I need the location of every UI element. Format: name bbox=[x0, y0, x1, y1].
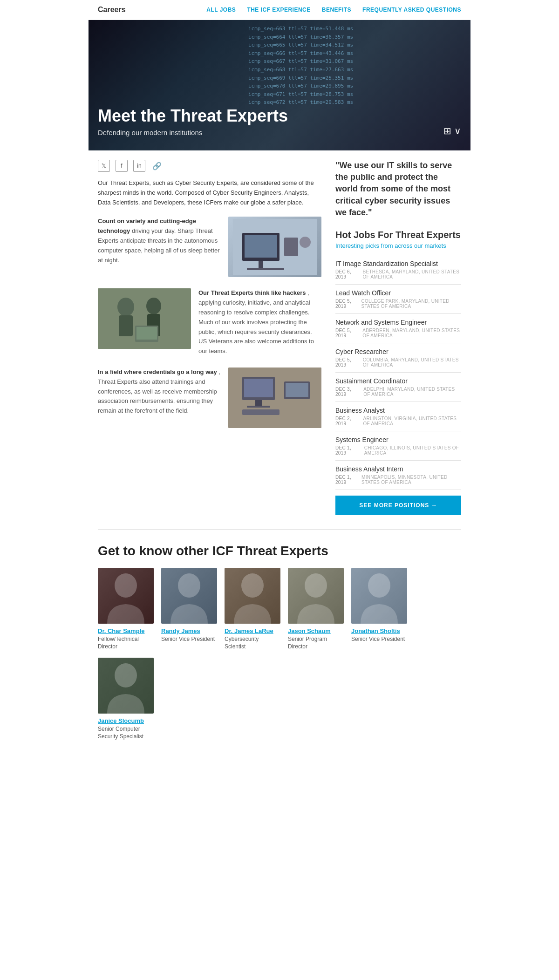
job-meta: DEC 5, 2019COLUMBIA, MARYLAND, UNITED ST… bbox=[335, 357, 461, 368]
job-item[interactable]: Business Analyst InternDEC 1, 2019MINNEA… bbox=[335, 460, 461, 490]
team-card: Dr. Char SampleFellow/Technical Director bbox=[98, 568, 154, 650]
svg-rect-19 bbox=[242, 409, 280, 415]
team-member-name[interactable]: Jason Schaum bbox=[288, 627, 344, 634]
svg-point-10 bbox=[146, 298, 161, 314]
team-photo-inner bbox=[225, 568, 280, 624]
svg-rect-18 bbox=[247, 406, 270, 408]
job-item[interactable]: Sustainment CoordinatorDEC 3, 2019ADELPH… bbox=[335, 372, 461, 402]
job-meta: DEC 2, 2019ARLINGTON, VIRGINIA, UNITED S… bbox=[335, 416, 461, 426]
job-meta: DEC 1, 2019CHICAGO, ILLINOIS, UNITED STA… bbox=[335, 445, 461, 456]
team-member-role: Fellow/Technical Director bbox=[98, 636, 154, 650]
quote-text: "We use our IT skills to serve the publi… bbox=[335, 160, 461, 218]
job-location: CHICAGO, ILLINOIS, UNITED STATES OF AMER… bbox=[364, 445, 461, 456]
job-name: Sustainment Coordinator bbox=[335, 377, 461, 385]
job-item[interactable]: Lead Watch OfficerDEC 5, 2019COLLEGE PAR… bbox=[335, 284, 461, 313]
code-line: icmp_seq=667 ttl=57 time=31.067 ms bbox=[248, 57, 464, 66]
code-line: icmp_seq=664 ttl=57 time=36.357 ms bbox=[248, 33, 464, 41]
job-meta: DEC 5, 2019COLLEGE PARK, MARYLAND, UNITE… bbox=[335, 299, 461, 309]
hero-icon: ⊞ ∨ bbox=[443, 125, 461, 136]
left-column: 𝕏 f in 🔗 Our Threat Experts, such as Cyb… bbox=[98, 160, 321, 515]
code-line: icmp_seq=670 ttl=57 time=29.895 ms bbox=[248, 82, 464, 90]
job-item[interactable]: Network and Systems EngineerDEC 5, 2019A… bbox=[335, 313, 461, 343]
job-name: Network and Systems Engineer bbox=[335, 319, 461, 326]
job-item[interactable]: Business AnalystDEC 2, 2019ARLINGTON, VI… bbox=[335, 402, 461, 431]
job-name: Business Analyst Intern bbox=[335, 465, 461, 473]
content-block-credentials: In a field where credentials go a long w… bbox=[98, 368, 321, 428]
facebook-icon[interactable]: f bbox=[116, 160, 128, 172]
svg-point-24 bbox=[241, 573, 264, 598]
code-line: icmp_seq=666 ttl=57 time=43.446 ms bbox=[248, 49, 464, 58]
svg-rect-3 bbox=[259, 261, 263, 268]
job-date: DEC 5, 2019 bbox=[335, 357, 357, 368]
team-photo bbox=[351, 568, 407, 624]
svg-point-26 bbox=[368, 573, 390, 598]
quote-block: "We use our IT skills to serve the publi… bbox=[335, 160, 461, 218]
code-line: icmp_seq=671 ttl=57 time=28.753 ms bbox=[248, 90, 464, 99]
job-location: MINNEAPOLIS, MINNESOTA, UNITED STATES OF… bbox=[361, 475, 461, 485]
job-name: Business Analyst bbox=[335, 407, 461, 414]
hero-title: Meet the Threat Experts bbox=[98, 106, 288, 126]
svg-rect-2 bbox=[245, 235, 277, 258]
twitter-icon[interactable]: 𝕏 bbox=[98, 160, 110, 172]
block3-bold: In a field where credentials go a long w… bbox=[98, 368, 217, 375]
team-photo-inner bbox=[351, 568, 407, 624]
job-location: ADELPHI, MARYLAND, UNITED STATES OF AMER… bbox=[363, 387, 461, 397]
job-meta: DEC 1, 2019MINNEAPOLIS, MINNESOTA, UNITE… bbox=[335, 475, 461, 485]
block2-body: , applying curiosity, initiative, and an… bbox=[198, 289, 314, 354]
svg-rect-9 bbox=[119, 315, 133, 336]
job-location: ABERDEEN, MARYLAND, UNITED STATES OF AME… bbox=[362, 328, 461, 338]
team-photo bbox=[98, 568, 154, 624]
hot-jobs-section: Hot Jobs For Threat Experts Interesting … bbox=[335, 230, 461, 515]
hero-overlay: Meet the Threat Experts Defending our mo… bbox=[98, 106, 288, 136]
svg-point-25 bbox=[305, 573, 327, 598]
team-card: Jonathan SholtisSenior Vice President bbox=[351, 568, 407, 650]
see-more-button[interactable]: SEE MORE POSITIONS → bbox=[335, 496, 461, 515]
job-date: DEC 5, 2019 bbox=[335, 299, 355, 309]
svg-rect-5 bbox=[284, 238, 298, 256]
svg-rect-16 bbox=[244, 379, 273, 397]
team-photo bbox=[161, 568, 217, 624]
nav-faq[interactable]: FREQUENTLY ASKED QUESTIONS bbox=[362, 7, 461, 13]
job-item[interactable]: Systems EngineerDEC 1, 2019CHICAGO, ILLI… bbox=[335, 431, 461, 460]
team-member-role: Senior Vice President bbox=[161, 636, 217, 643]
team-photo-inner bbox=[288, 568, 344, 624]
team-card: Janice SlocumbSenior Computer Security S… bbox=[98, 658, 154, 740]
nav-benefits[interactable]: BENEFITS bbox=[322, 7, 351, 13]
link-icon[interactable]: 🔗 bbox=[151, 160, 163, 172]
job-meta: DEC 3, 2019ADELPHI, MARYLAND, UNITED STA… bbox=[335, 387, 461, 397]
job-item[interactable]: IT Image Standardization SpecialistDEC 6… bbox=[335, 255, 461, 284]
job-name: IT Image Standardization Specialist bbox=[335, 260, 461, 267]
team-member-name[interactable]: Randy James bbox=[161, 627, 217, 634]
team-member-name[interactable]: Janice Slocumb bbox=[98, 717, 154, 724]
svg-rect-17 bbox=[255, 400, 262, 406]
team-photo-inner bbox=[98, 658, 154, 714]
job-name: Cyber Researcher bbox=[335, 348, 461, 355]
code-line: icmp_seq=672 ttl=57 time=29.583 ms bbox=[248, 98, 464, 107]
job-name: Systems Engineer bbox=[335, 436, 461, 443]
svg-point-6 bbox=[300, 237, 311, 248]
job-meta: DEC 5, 2019ABERDEEN, MARYLAND, UNITED ST… bbox=[335, 328, 461, 338]
team-member-name[interactable]: Dr. Char Sample bbox=[98, 627, 154, 634]
nav-icf-experience[interactable]: THE ICF EXPERIENCE bbox=[247, 7, 310, 13]
job-item[interactable]: Cyber ResearcherDEC 5, 2019COLUMBIA, MAR… bbox=[335, 343, 461, 372]
team-member-role: Cybersecurity Scientist bbox=[225, 636, 280, 650]
nav-all-jobs[interactable]: ALL JOBS bbox=[206, 7, 236, 13]
content-block-hackers: Our Threat Experts think like hackers , … bbox=[98, 288, 321, 356]
job-date: DEC 3, 2019 bbox=[335, 387, 358, 397]
team-card: Dr. James LaRueCybersecurity Scientist bbox=[225, 568, 280, 650]
job-name: Lead Watch Officer bbox=[335, 289, 461, 297]
block2-text: Our Threat Experts think like hackers , … bbox=[198, 288, 321, 356]
svg-rect-21 bbox=[286, 383, 308, 397]
block3-text: In a field where credentials go a long w… bbox=[98, 368, 221, 416]
office-image-placeholder bbox=[228, 368, 321, 428]
hot-jobs-title: Hot Jobs For Threat Experts bbox=[335, 230, 461, 240]
team-grid: Dr. Char SampleFellow/Technical Director… bbox=[98, 568, 461, 740]
code-line: icmp_seq=665 ttl=57 time=34.512 ms bbox=[248, 41, 464, 49]
team-member-name[interactable]: Dr. James LaRue bbox=[225, 627, 280, 634]
jobs-list: IT Image Standardization SpecialistDEC 6… bbox=[335, 255, 461, 490]
team-member-role: Senior Program Director bbox=[288, 636, 344, 650]
team-member-name[interactable]: Jonathan Sholtis bbox=[351, 627, 407, 634]
linkedin-icon[interactable]: in bbox=[133, 160, 145, 172]
intro-paragraph: Our Threat Experts, such as Cyber Securi… bbox=[98, 178, 321, 207]
code-line: icmp_seq=669 ttl=57 time=25.351 ms bbox=[248, 74, 464, 82]
